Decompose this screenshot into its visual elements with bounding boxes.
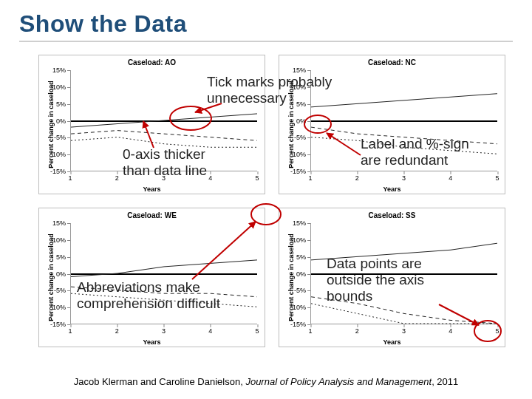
- x-axis-label: Years: [39, 338, 265, 346]
- x-tick-label: 4: [449, 174, 452, 182]
- citation-authors: Jacob Klerman and Caroline Danielson,: [74, 376, 246, 387]
- y-tick-label: 5%: [39, 253, 66, 261]
- x-axis-label: Years: [279, 338, 505, 346]
- x-tick-label: 1: [308, 327, 312, 335]
- citation-year: , 2011: [432, 376, 458, 387]
- y-tick-label: -10%: [39, 151, 66, 158]
- y-tick-label: -15%: [39, 321, 66, 328]
- y-tick-label: -5%: [39, 287, 66, 294]
- x-tick-label: 4: [449, 327, 452, 335]
- annotation-outside-bounds: Data points areoutside the axisbounds: [325, 256, 476, 304]
- y-tick-label: 10%: [279, 236, 306, 244]
- y-tick-label: 5%: [279, 253, 306, 261]
- annotation-zero-axis: 0-axis thickerthan data line: [121, 146, 250, 179]
- y-tick-label: -5%: [39, 134, 66, 141]
- y-tick-label: 15%: [39, 66, 66, 74]
- slide-title: Show the Data: [19, 10, 513, 42]
- x-tick-label: 5: [495, 174, 499, 182]
- y-tick-label: 5%: [39, 100, 66, 108]
- y-tick-label: 0%: [39, 117, 66, 125]
- x-tick-label: 1: [308, 174, 312, 182]
- citation: Jacob Klerman and Caroline Danielson, Jo…: [0, 376, 532, 387]
- y-tick-label: 15%: [279, 66, 306, 74]
- x-tick-label: 3: [402, 327, 406, 335]
- y-tick-label: 10%: [39, 236, 66, 244]
- y-tick-label: -15%: [39, 168, 66, 175]
- x-tick-label: 2: [115, 174, 119, 182]
- x-tick-label: 1: [68, 327, 72, 335]
- y-tick-label: -5%: [279, 287, 306, 294]
- x-tick-label: 3: [162, 327, 166, 335]
- y-tick-label: 10%: [39, 83, 66, 91]
- x-axis-label: Years: [279, 185, 505, 193]
- x-tick-label: 3: [402, 174, 406, 182]
- y-tick-label: 0%: [279, 117, 306, 125]
- y-tick-label: 15%: [279, 219, 306, 227]
- x-tick-label: 2: [355, 174, 359, 182]
- y-tick-label: 15%: [39, 219, 66, 227]
- y-tick-label: -10%: [279, 151, 306, 158]
- chart-panel-we: Caseload: WEPercent change in caseload15…: [38, 208, 265, 347]
- x-tick-label: 1: [68, 174, 72, 182]
- y-tick-label: -10%: [39, 304, 66, 311]
- y-tick-label: 0%: [39, 270, 66, 278]
- citation-journal: Journal of Policy Analysis and Managemen…: [245, 376, 432, 387]
- x-tick-label: 5: [255, 327, 259, 335]
- annotation-abbreviations: Abbreviations makecomprehension difficul…: [75, 279, 270, 312]
- chart-title: Caseload: WE: [39, 211, 265, 219]
- chart-title: Caseload: NC: [279, 58, 505, 66]
- annotation-tickmarks: Tick marks probablyunnecessary: [205, 74, 356, 106]
- x-tick-label: 2: [355, 327, 359, 335]
- y-tick-label: -15%: [279, 168, 306, 175]
- y-tick-label: -15%: [279, 321, 306, 328]
- annotation-label-redundant: Label and %-signare redundant: [359, 136, 510, 168]
- chart-title: Caseload: SS: [279, 211, 505, 219]
- slide: Show the Data Caseload: AOPercent change…: [0, 0, 532, 399]
- x-tick-label: 4: [208, 327, 212, 335]
- y-tick-label: 0%: [279, 270, 306, 278]
- chart-title: Caseload: AO: [39, 58, 265, 66]
- x-tick-label: 2: [115, 327, 119, 335]
- x-axis-label: Years: [39, 185, 265, 193]
- y-tick-label: -10%: [279, 304, 306, 311]
- x-tick-label: 5: [495, 327, 499, 335]
- x-tick-label: 5: [255, 174, 259, 182]
- y-tick-label: -5%: [279, 134, 306, 141]
